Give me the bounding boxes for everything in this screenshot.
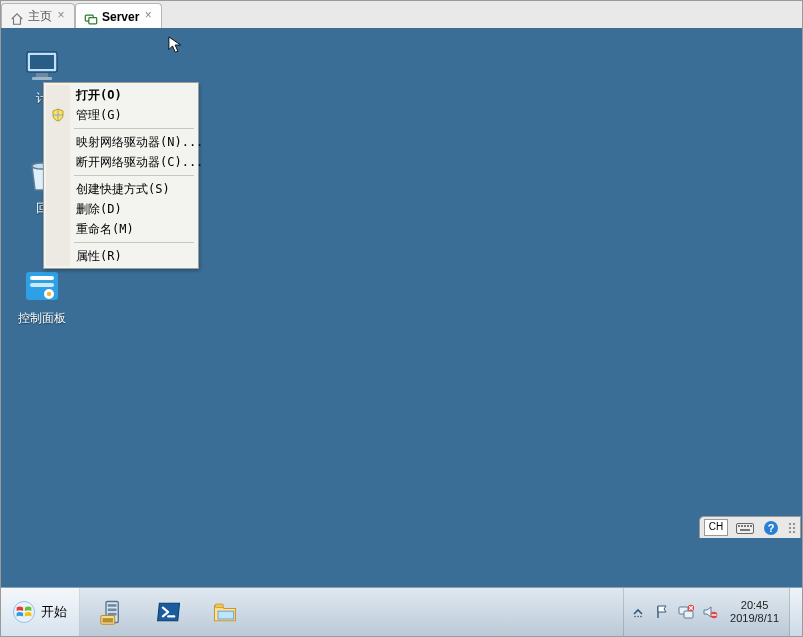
svg-text:?: ? <box>768 522 775 534</box>
clock-date: 2019/8/11 <box>730 612 779 625</box>
ctx-label: 断开网络驱动器(C)... <box>76 155 203 169</box>
svg-rect-29 <box>108 604 117 607</box>
taskbar-spacer <box>258 588 623 636</box>
remote-desktop[interactable]: 计 回 控制面板 打开(O) <box>1 28 802 587</box>
tray-action-center-button[interactable] <box>654 604 670 620</box>
ime-lang-code: CH <box>704 519 728 536</box>
svg-point-22 <box>793 523 795 525</box>
ctx-item-manage[interactable]: 管理(G) <box>46 105 196 125</box>
svg-rect-33 <box>103 618 114 622</box>
ctx-label: 打开(O) <box>76 88 122 102</box>
ime-keyboard-button[interactable] <box>736 519 754 537</box>
ctx-item-open[interactable]: 打开(O) <box>46 85 196 105</box>
powershell-icon <box>155 598 183 626</box>
computer-icon <box>22 46 62 86</box>
svg-rect-16 <box>747 525 749 527</box>
ctx-label: 映射网络驱动器(N)... <box>76 135 203 149</box>
svg-rect-40 <box>684 611 693 618</box>
taskbar-pin-powershell[interactable] <box>142 592 196 632</box>
clock-time: 20:45 <box>730 599 779 612</box>
ctx-label: 创建快捷方式(S) <box>76 182 170 196</box>
taskbar-pin-server-manager[interactable] <box>86 592 140 632</box>
svg-point-37 <box>637 616 639 618</box>
tab-close-icon[interactable]: × <box>141 9 155 23</box>
ime-options-button[interactable] <box>788 519 796 537</box>
ime-lang-button[interactable]: CH <box>704 519 728 537</box>
tab-server[interactable]: Server × <box>75 3 162 31</box>
context-menu: 打开(O) 管理(G) 映射网络驱动器(N)... 断开网络驱动器(C)... <box>43 82 199 269</box>
start-button[interactable]: 开始 <box>1 588 80 636</box>
server-icon <box>84 10 98 24</box>
control-panel-icon <box>22 266 62 306</box>
svg-point-21 <box>789 523 791 525</box>
svg-rect-5 <box>32 77 52 80</box>
tray-show-hidden-button[interactable] <box>630 604 646 620</box>
svg-rect-17 <box>750 525 752 527</box>
help-icon: ? <box>763 520 779 536</box>
ctx-label: 删除(D) <box>76 202 122 216</box>
tab-strip: 主页 × Server × <box>1 1 802 29</box>
taskbar: 开始 <box>1 587 802 636</box>
grip-icon <box>788 521 796 535</box>
desktop-icon-control-panel[interactable]: 控制面板 <box>7 266 77 327</box>
system-tray: 20:45 2019/8/11 <box>623 588 789 636</box>
server-manager-icon <box>99 598 127 626</box>
svg-rect-3 <box>30 55 54 69</box>
taskbar-pin-explorer[interactable] <box>198 592 252 632</box>
svg-point-23 <box>789 527 791 529</box>
svg-point-25 <box>789 531 791 533</box>
cursor-icon <box>168 36 186 54</box>
tab-home[interactable]: 主页 × <box>1 3 75 29</box>
svg-rect-13 <box>738 525 740 527</box>
svg-point-38 <box>640 616 642 618</box>
taskbar-pinned-area <box>80 588 258 636</box>
show-desktop-button[interactable] <box>789 588 802 636</box>
svg-point-36 <box>634 616 636 618</box>
svg-point-26 <box>793 531 795 533</box>
shield-icon <box>51 108 65 122</box>
ctx-item-rename[interactable]: 重命名(M) <box>46 219 196 239</box>
svg-rect-30 <box>108 609 117 612</box>
svg-point-24 <box>793 527 795 529</box>
svg-point-27 <box>13 601 34 622</box>
ctx-item-properties[interactable]: 属性(R) <box>46 246 196 266</box>
svg-rect-18 <box>740 529 750 531</box>
tab-label: 主页 <box>28 4 52 29</box>
keyboard-icon <box>736 521 754 535</box>
svg-rect-8 <box>30 276 54 280</box>
flag-icon <box>654 604 670 620</box>
ctx-item-delete[interactable]: 删除(D) <box>46 199 196 219</box>
svg-rect-9 <box>30 283 54 287</box>
context-menu-separator <box>74 175 194 176</box>
ctx-item-map-drive[interactable]: 映射网络驱动器(N)... <box>46 132 196 152</box>
svg-rect-34 <box>215 604 223 608</box>
ctx-label: 重命名(M) <box>76 222 134 236</box>
svg-rect-14 <box>741 525 743 527</box>
ime-help-button[interactable]: ? <box>762 519 780 537</box>
context-menu-separator <box>74 128 194 129</box>
context-menu-separator <box>74 242 194 243</box>
tab-label: Server <box>102 5 139 30</box>
desktop-icon-label: 控制面板 <box>18 311 66 325</box>
app-frame: 主页 × Server × <box>0 0 803 637</box>
tray-network-button[interactable] <box>678 604 694 620</box>
svg-rect-4 <box>36 73 48 77</box>
tab-close-icon[interactable]: × <box>54 9 68 23</box>
tray-volume-button[interactable] <box>702 604 718 620</box>
explorer-icon <box>211 598 239 626</box>
chevron-up-icon <box>632 606 644 618</box>
ctx-label: 属性(R) <box>76 249 122 263</box>
svg-rect-1 <box>89 18 97 24</box>
ime-bar: CH ? <box>699 516 801 538</box>
svg-rect-35 <box>218 611 234 619</box>
network-error-icon <box>678 604 694 620</box>
ctx-item-disconnect-drive[interactable]: 断开网络驱动器(C)... <box>46 152 196 172</box>
svg-rect-43 <box>712 614 717 615</box>
start-label: 开始 <box>41 603 67 621</box>
home-icon <box>10 10 24 24</box>
windows-logo-icon <box>13 601 35 623</box>
ctx-label: 管理(G) <box>76 108 122 122</box>
ctx-item-create-shortcut[interactable]: 创建快捷方式(S) <box>46 179 196 199</box>
svg-point-11 <box>47 292 51 296</box>
taskbar-clock[interactable]: 20:45 2019/8/11 <box>726 599 783 625</box>
